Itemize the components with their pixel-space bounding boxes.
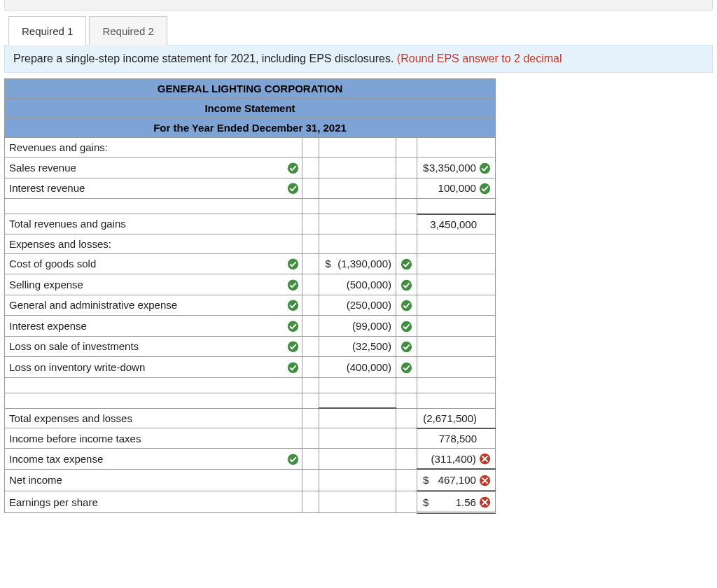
cross-icon <box>479 473 491 486</box>
value-total-revenues: 3,450,000 <box>417 214 495 234</box>
row-interest-expense: Interest expense (99,000) <box>5 316 496 337</box>
value-net-income: $467,100 <box>417 469 495 491</box>
check-icon <box>287 161 299 174</box>
value-interest-expense[interactable]: (99,000) <box>319 316 396 337</box>
value-loss-writedown[interactable]: (400,000) <box>319 357 396 378</box>
svg-point-1 <box>480 162 490 173</box>
value-eps[interactable]: $1.56 <box>417 491 495 513</box>
label-loss-writedown[interactable]: Loss on inventory write-down <box>5 357 302 378</box>
check-icon <box>287 182 299 195</box>
cross-icon <box>479 496 491 509</box>
label-eps: Earnings per share <box>5 491 302 513</box>
label-cogs[interactable]: Cost of goods sold <box>5 253 302 274</box>
row-total-revenues: Total revenues and gains 3,450,000 <box>5 214 496 234</box>
label-interest-expense[interactable]: Interest expense <box>5 316 302 337</box>
instruction-banner: Prepare a single-step income statement f… <box>4 45 713 73</box>
value-total-expenses: (2,671,500) <box>417 408 495 428</box>
row-selling-expense: Selling expense (500,000) <box>5 274 496 295</box>
row-loss-writedown: Loss on inventory write-down (400,000) <box>5 357 496 378</box>
label-ga-expense[interactable]: General and administrative expense <box>5 295 302 316</box>
check-icon <box>396 274 417 295</box>
row-sales-revenue: Sales revenue $3,350,000 <box>5 158 496 178</box>
value-income-before-tax: 778,500 <box>417 428 495 449</box>
svg-point-12 <box>288 342 298 352</box>
label-selling-expense[interactable]: Selling expense <box>5 274 302 295</box>
check-icon <box>396 253 417 274</box>
value-loss-investments[interactable]: (32,500) <box>319 336 396 357</box>
value-ga-expense[interactable]: (250,000) <box>319 295 396 316</box>
row-loss-investments: Loss on sale of investments (32,500) <box>5 336 496 357</box>
window-chrome-bar <box>4 0 713 11</box>
svg-point-2 <box>288 183 298 194</box>
svg-point-10 <box>288 321 298 332</box>
svg-point-11 <box>401 321 412 332</box>
svg-point-0 <box>288 162 298 173</box>
label-interest-revenue[interactable]: Interest revenue <box>5 178 302 199</box>
svg-point-9 <box>401 300 412 311</box>
check-icon <box>287 452 299 465</box>
income-statement-table: GENERAL LIGHTING CORPORATION Income Stat… <box>4 78 496 514</box>
label-sales-revenue[interactable]: Sales revenue <box>5 158 302 178</box>
label-total-revenues: Total revenues and gains <box>5 214 302 234</box>
svg-point-15 <box>401 363 412 373</box>
row-blank-1 <box>5 199 496 214</box>
check-icon <box>396 336 417 357</box>
tab-required-2[interactable]: Required 2 <box>89 16 167 46</box>
row-income-before-tax: Income before income taxes 778,500 <box>5 428 496 449</box>
row-net-income: Net income $467,100 <box>5 469 496 491</box>
svg-point-4 <box>288 259 298 270</box>
row-eps: Earnings per share $1.56 <box>5 491 496 513</box>
value-income-tax[interactable]: (311,400) <box>417 448 495 469</box>
row-cogs: Cost of goods sold $(1,390,000) <box>5 253 496 274</box>
row-revenues-gains: Revenues and gains: <box>5 138 496 158</box>
row-expenses-losses: Expenses and losses: <box>5 234 496 253</box>
row-income-tax: Income tax expense (311,400) <box>5 448 496 469</box>
check-icon <box>287 340 299 354</box>
label-total-expenses: Total expenses and losses <box>5 408 302 428</box>
cross-icon <box>479 452 491 465</box>
label-income-before-tax: Income before income taxes <box>5 428 302 449</box>
label-income-tax[interactable]: Income tax expense <box>5 448 302 469</box>
statement-title: Income Statement <box>5 99 496 118</box>
label-loss-investments[interactable]: Loss on sale of investments <box>5 336 302 357</box>
row-blank-3 <box>5 393 496 408</box>
value-selling-expense[interactable]: (500,000) <box>319 274 396 295</box>
check-icon <box>287 258 299 271</box>
svg-point-5 <box>401 259 412 270</box>
svg-point-6 <box>288 279 298 290</box>
statement-company: GENERAL LIGHTING CORPORATION <box>5 79 496 99</box>
check-icon <box>396 295 417 316</box>
check-icon <box>287 360 299 374</box>
svg-point-14 <box>288 363 298 373</box>
tab-bar: Required 1 Required 2 <box>0 11 717 45</box>
row-blank-2 <box>5 377 496 393</box>
check-icon <box>287 319 299 332</box>
row-interest-revenue: Interest revenue 100,000 <box>5 178 496 199</box>
svg-point-8 <box>288 300 298 311</box>
tab-required-1[interactable]: Required 1 <box>8 16 86 46</box>
check-icon <box>287 278 299 291</box>
svg-point-7 <box>401 279 412 290</box>
row-total-expenses: Total expenses and losses (2,671,500) <box>5 408 496 428</box>
value-interest-revenue[interactable]: 100,000 <box>417 178 495 199</box>
svg-point-16 <box>288 454 298 464</box>
value-cogs[interactable]: $(1,390,000) <box>319 253 396 274</box>
value-sales-revenue[interactable]: $3,350,000 <box>417 158 495 178</box>
check-icon <box>479 161 491 174</box>
label-net-income: Net income <box>5 469 302 491</box>
instruction-note: (Round EPS answer to 2 decimal <box>397 52 562 64</box>
row-ga-expense: General and administrative expense (250,… <box>5 295 496 316</box>
label-expenses-losses: Expenses and losses: <box>5 234 302 253</box>
check-icon <box>287 299 299 312</box>
check-icon <box>396 357 417 378</box>
instruction-text: Prepare a single-step income statement f… <box>13 52 397 64</box>
label-revenues-gains: Revenues and gains: <box>5 138 302 158</box>
svg-point-13 <box>401 342 412 352</box>
check-icon <box>396 316 417 337</box>
check-icon <box>479 182 491 195</box>
statement-period: For the Year Ended December 31, 2021 <box>5 118 496 138</box>
svg-point-3 <box>480 183 490 194</box>
